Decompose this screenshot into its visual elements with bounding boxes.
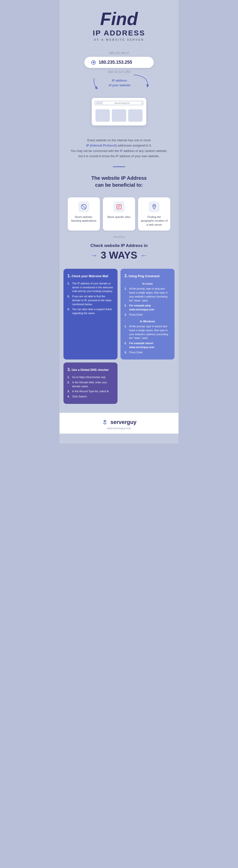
ways-section: Check website IP Address in → 3 WAYS ←: [59, 238, 179, 265]
step2-linux-item-3: 3. Press Enter: [124, 313, 171, 317]
step1-item-3: 3. You can also raise a support ticket r…: [67, 307, 114, 315]
hero-section: Find IP ADDRESS OF A WEBSITE SERVER: [59, 0, 179, 46]
browser-dot-2: [99, 102, 100, 104]
card-label-block: Block specific sites: [108, 215, 130, 219]
browser-dot-1: [97, 102, 98, 104]
credit-text: ServerGuy: [113, 236, 125, 238]
hero-find: Find: [64, 10, 174, 28]
step1-item-2: 2. If you are not able to find the domai…: [67, 294, 114, 306]
step2-title: 2. Using Ping Command: [124, 273, 171, 279]
list-icon: [116, 204, 122, 210]
hero-ip: IP ADDRESS: [64, 29, 174, 37]
info-text-2: addresses assigned to it.: [118, 144, 152, 147]
ways-title-main: → 3 WAYS ←: [64, 250, 174, 261]
step2-linux-item-1: 1. At the prompt, type in ping and leave…: [124, 287, 171, 303]
browser-url: www.serverguy.com: [103, 102, 141, 104]
ip-display-area: 185.221.69.47 180.235.153.255 182.19.127…: [59, 46, 179, 130]
step1-title: 1. Check your Welcome Mail: [67, 273, 114, 279]
step2-win-item-1: 1. At the prompt, type in tracert and le…: [124, 324, 171, 340]
browser-block-2: [112, 109, 126, 122]
browser-block-3: [128, 109, 143, 122]
location-icon: [151, 204, 157, 210]
info-section: Every website on the internet has one or…: [61, 130, 178, 161]
ip-bottom: 182.19.127.255: [108, 70, 130, 74]
block-icon: [81, 204, 87, 210]
cards-row: Divert website-blocking applications Blo…: [63, 193, 175, 235]
beneficial-section: The website IP Address can be beneficial…: [81, 172, 156, 193]
hero-subtitle: OF A WEBSITE SERVER: [64, 38, 174, 41]
step1-item-1: 1. The IP address of your domain or serv…: [67, 282, 114, 293]
serverguy-logo-icon: [101, 419, 108, 426]
svg-point-8: [105, 421, 106, 422]
step3-item-4: 4. Click Search.: [67, 395, 114, 399]
card-label-divert: Divert website-blocking applications: [70, 215, 97, 223]
svg-point-6: [154, 205, 155, 207]
info-text-1: Every website on the internet has one or…: [87, 138, 151, 142]
browser-block-1: [95, 109, 110, 122]
beneficial-title: The website IP Address can be beneficial…: [91, 175, 147, 188]
card-block: Block specific sites: [103, 197, 135, 230]
step2-windows-subtitle: In Windows: [124, 319, 171, 324]
card-geo: Finding the geographic location of a web…: [138, 197, 170, 230]
step3-title: 3. Use a Global DNS checker: [67, 366, 114, 373]
browser-dots: [97, 102, 102, 104]
ways-arrow-right: ←: [140, 251, 148, 259]
card-icon-divert: [78, 201, 89, 212]
step3-list: 1. Go to https://dnschecker.org/ 2. In t…: [67, 375, 114, 399]
ways-arrow-left: →: [90, 251, 98, 259]
step-dns: 3. Use a Global DNS checker 1. Go to htt…: [63, 363, 118, 404]
step3-item-1: 1. Go to https://dnschecker.org/: [67, 375, 114, 379]
step-welcome-mail: 1. Check your Welcome Mail 1. The IP add…: [63, 269, 118, 360]
step1-list: 1. The IP address of your domain or serv…: [67, 282, 114, 315]
svg-line-1: [82, 205, 86, 209]
step3-item-3: 3. In the Record Type list, select A.: [67, 390, 114, 394]
footer-logo-text: serverguy: [110, 419, 136, 426]
ip-box: 180.235.153.255: [84, 57, 154, 68]
info-text-4: but it is crucial to know the IP address…: [78, 154, 159, 158]
card-icon-block: [114, 201, 124, 212]
info-text-3: You may not be concerned with the IP add…: [71, 149, 168, 153]
step2-linux-list: 1. At the prompt, type in ping and leave…: [124, 287, 171, 317]
browser-mockup: www.serverguy.com: [92, 98, 146, 125]
step-ping: 2. Using Ping Command In Linux 1. At the…: [120, 269, 175, 360]
curved-arrow-svg: [92, 77, 104, 90]
browser-bar: www.serverguy.com: [94, 100, 144, 105]
step2-win-item-2: 2. For example tracert www.serverguy.com: [124, 341, 171, 349]
ip-label-line1: IP address: [109, 79, 130, 83]
ways-main-text: 3 WAYS: [101, 250, 137, 261]
browser-content: [94, 108, 144, 123]
ip-dot-icon: [91, 60, 96, 65]
step3-item-2: 2. In the Domain field, enter your domai…: [67, 380, 114, 389]
footer-logo: serverguy: [101, 419, 136, 426]
step2-windows-list: 1. At the prompt, type in tracert and le…: [124, 324, 171, 354]
ip-top: 185.221.69.47: [109, 51, 129, 55]
browser-dot-3: [101, 102, 102, 104]
footer-url: www.serverguy.com: [107, 427, 131, 430]
card-label-geo: Finding the geographic location of a web…: [141, 215, 168, 227]
card-divert: Divert website-blocking applications: [68, 197, 100, 230]
step2-win-item-3: 3. Press Enter: [124, 350, 171, 354]
section-divider: [113, 166, 125, 167]
info-highlight: IP (Internal Protocol): [86, 144, 117, 147]
step2-linux-item-2: 2. For example ping www.serverguy.com: [124, 304, 171, 312]
ways-title-top: Check website IP Address in: [64, 243, 174, 248]
ip-label-area: IP address of your website: [84, 76, 154, 91]
ip-main-value: 180.235.153.255: [99, 60, 132, 65]
step2-linux-subtitle: In Linux: [124, 282, 171, 286]
footer: serverguy www.serverguy.com: [59, 413, 179, 434]
ip-label-line2: of your website: [109, 83, 130, 88]
steps-grid: 1. Check your Welcome Mail 1. The IP add…: [59, 265, 179, 408]
card-icon-geo: [149, 201, 160, 212]
curved-arrow-right-svg: [131, 74, 151, 89]
